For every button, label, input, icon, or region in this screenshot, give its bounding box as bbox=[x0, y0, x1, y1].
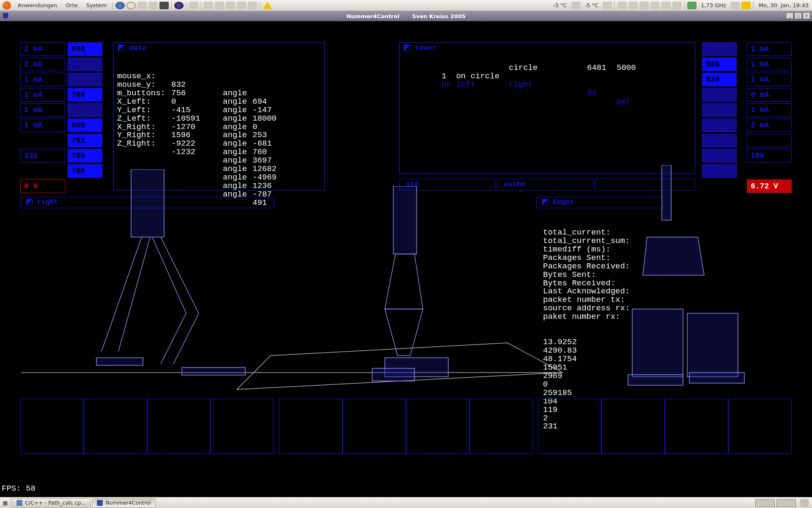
svg-rect-7 bbox=[96, 358, 143, 365]
svg-rect-9 bbox=[393, 186, 417, 254]
taskbar-item-eclipse[interactable]: C/C++ - Path_calc.cp... bbox=[12, 498, 91, 508]
left-cell-a2: 1 mA bbox=[20, 73, 65, 86]
weather-icon-1[interactable] bbox=[571, 2, 581, 9]
tool-icon[interactable] bbox=[137, 2, 147, 9]
weather-temp-1: -3 °C bbox=[550, 2, 571, 8]
svg-marker-11 bbox=[385, 309, 423, 356]
alert-icon[interactable] bbox=[741, 2, 751, 9]
svg-marker-10 bbox=[385, 254, 423, 309]
window-title-bar: Nummer4Control Sven Kreiss 2005 _ □ × bbox=[0, 11, 812, 21]
tower-row-right: circle bbox=[509, 64, 538, 72]
systray-icon-3[interactable] bbox=[639, 2, 649, 9]
tower-head-ds: ds bbox=[587, 89, 597, 98]
Emgnt-panel-title: Emgnt bbox=[553, 198, 574, 206]
left-cell-b2: 0 bbox=[68, 73, 102, 86]
systray-icon-5[interactable] bbox=[661, 2, 671, 9]
menu-system[interactable]: System bbox=[82, 2, 111, 8]
right-cell-a0: 0 bbox=[702, 42, 737, 56]
taskbar-item-nummer4control[interactable]: Nummer4Control bbox=[92, 498, 156, 508]
svg-rect-18 bbox=[628, 375, 683, 385]
svg-rect-19 bbox=[689, 373, 744, 383]
eclipse-icon[interactable] bbox=[174, 2, 184, 9]
svg-line-1 bbox=[102, 237, 142, 351]
workspace-2[interactable] bbox=[776, 499, 796, 507]
window-minimize-button[interactable]: _ bbox=[786, 12, 793, 19]
right-cell-a3: 0 bbox=[702, 88, 737, 102]
menu-applications[interactable]: Anwendungen bbox=[14, 2, 61, 8]
panel-drag-icon[interactable] bbox=[542, 199, 549, 205]
applet-icon-4[interactable] bbox=[237, 2, 246, 9]
right-cell-b7: 109 bbox=[747, 149, 792, 163]
data-panel-body: mouse_x: mouse_y: m_buttons: X_Left: Y_L… bbox=[117, 55, 321, 106]
wireframe-right bbox=[622, 165, 799, 402]
tower-head-right: right bbox=[509, 81, 533, 89]
right-cell-b4: 1 mA bbox=[747, 103, 792, 117]
window-close-button[interactable]: × bbox=[803, 12, 810, 19]
systray-icon-1[interactable] bbox=[617, 2, 627, 9]
svg-marker-15 bbox=[643, 237, 704, 275]
panel-drag-icon[interactable] bbox=[26, 199, 33, 205]
left-cell-a1: 2 mA bbox=[20, 58, 65, 71]
right-cell-a5: 0 bbox=[702, 119, 737, 132]
applet-icon-1[interactable] bbox=[204, 2, 213, 9]
systray-icon-4[interactable] bbox=[650, 2, 660, 9]
clock[interactable]: Mo, 30. Jan, 19:43 bbox=[755, 2, 812, 8]
applet-icon-3[interactable] bbox=[226, 2, 235, 9]
trash-icon[interactable] bbox=[800, 499, 809, 507]
main-canvas: 2 mA 2 mA 1 mA 1 mA 1 mA 1 mA 598 0 0 78… bbox=[0, 21, 812, 493]
workspace-1[interactable] bbox=[755, 499, 775, 507]
screenshot-icon[interactable] bbox=[148, 2, 158, 9]
left-cell-b5: 909 bbox=[68, 119, 102, 132]
gnome-bottom-panel: ▦ C/C++ - Path_calc.cp... Nummer4Control bbox=[0, 497, 812, 508]
left-cell-b0: 598 bbox=[68, 42, 102, 56]
systray-icon-2[interactable] bbox=[628, 2, 638, 9]
ubuntu-logo-icon[interactable] bbox=[3, 1, 11, 10]
battery-icon[interactable] bbox=[687, 2, 697, 9]
volume-icon[interactable] bbox=[672, 2, 682, 9]
weather-icon-2[interactable] bbox=[603, 2, 612, 9]
tower-panel: tower nr left right ds per 1 on circle c… bbox=[399, 42, 695, 174]
wireframe-left bbox=[76, 169, 275, 406]
cpu-icon[interactable] bbox=[730, 2, 740, 9]
right-cell-a4 bbox=[702, 103, 737, 117]
left-cell-a3: 1 mA bbox=[20, 88, 65, 102]
cpu-freq: 1,73 GHz bbox=[697, 2, 730, 8]
right-cell-b2: 1 mA bbox=[747, 73, 792, 86]
applet-icon-5[interactable] bbox=[248, 2, 257, 9]
app-icon[interactable] bbox=[189, 2, 198, 9]
svg-rect-0 bbox=[131, 169, 164, 237]
globe-icon[interactable] bbox=[115, 2, 125, 9]
tower-row-ds: 6481 bbox=[587, 64, 606, 72]
tower-row-nr: 1 bbox=[442, 72, 446, 81]
taskbar-item-label: C/C++ - Path_calc.cp... bbox=[25, 500, 86, 506]
svg-rect-14 bbox=[662, 165, 671, 220]
right-cell-b5: 2 mA bbox=[747, 119, 792, 132]
wireframe-center bbox=[334, 186, 503, 423]
taskbar-item-label: Nummer4Control bbox=[105, 500, 151, 506]
window-title-right: Sven Kreiss 2005 bbox=[412, 13, 465, 19]
grid-right bbox=[538, 399, 792, 454]
tower-row-per: 5000 bbox=[617, 64, 636, 72]
tower-asimo-button[interactable]: asimo bbox=[497, 179, 594, 190]
data-panel: data mouse_x: mouse_y: m_buttons: X_Left… bbox=[113, 42, 325, 190]
panel-drag-icon[interactable] bbox=[404, 44, 411, 51]
svg-rect-8 bbox=[182, 367, 245, 375]
calculator-icon[interactable] bbox=[159, 2, 169, 9]
right-cell-b3: 0 mA bbox=[747, 88, 792, 102]
left-voltage: 0 V bbox=[20, 179, 65, 193]
tower-head-per: per bbox=[617, 98, 631, 106]
help-icon[interactable] bbox=[126, 2, 136, 9]
show-desktop-button[interactable]: ▦ bbox=[0, 497, 11, 508]
applet-icon-2[interactable] bbox=[215, 2, 224, 9]
svg-line-3 bbox=[152, 237, 186, 313]
tower-panel-body: nr left right ds per 1 on circle circle … bbox=[403, 55, 691, 148]
window-maximize-button[interactable]: □ bbox=[794, 12, 802, 19]
menu-places[interactable]: Orte bbox=[61, 2, 82, 8]
panel-drag-icon[interactable] bbox=[118, 44, 125, 51]
tower-panel-title: tower bbox=[415, 44, 436, 52]
left-cell-b6: 791 bbox=[68, 134, 102, 147]
data-panel-title: data bbox=[129, 44, 146, 52]
svg-line-5 bbox=[161, 313, 186, 364]
warning-icon[interactable] bbox=[263, 2, 272, 9]
window-title-left: Nummer4Control bbox=[346, 13, 399, 19]
